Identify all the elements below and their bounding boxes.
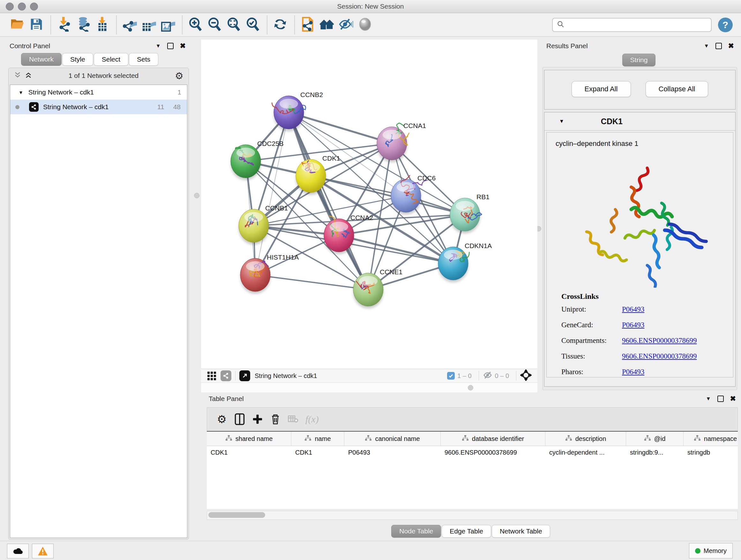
control-panel-title: Control Panel	[10, 42, 50, 50]
crosslink-link[interactable]: 9606.ENSP00000378699	[622, 352, 697, 361]
network-node-CDC25B[interactable]: CDC25B	[231, 140, 284, 180]
apply-layout-button[interactable]	[271, 16, 289, 34]
left-splitter-handle[interactable]	[194, 193, 199, 198]
control-panel-float-icon[interactable]	[167, 43, 174, 49]
horizontal-splitter-handle[interactable]	[468, 385, 473, 390]
tab-style[interactable]: Style	[62, 53, 93, 66]
column-header-name[interactable]: name	[291, 432, 344, 446]
sphere-button[interactable]	[356, 16, 374, 34]
network-file-button[interactable]	[299, 16, 317, 34]
column-header-description[interactable]: description	[545, 432, 626, 446]
cloud-icon	[12, 547, 23, 555]
hidden-eye-slash-icon[interactable]	[483, 370, 492, 381]
network-view-toolbar: String Network – cdk1 1 – 0 0 – 0	[201, 369, 537, 382]
zoom-selected-button[interactable]	[244, 16, 262, 34]
collapse-all-icon[interactable]	[14, 71, 21, 80]
node-table[interactable]: shared namenamecanonical namedatabase id…	[207, 431, 738, 509]
table-row[interactable]: CDK1CDK1P064939606.ENSP00000378699cyclin…	[207, 446, 738, 459]
save-session-button[interactable]	[27, 16, 45, 34]
export-table-button[interactable]	[140, 16, 158, 34]
tab-string[interactable]: String	[622, 54, 656, 66]
table-panel-close-icon[interactable]: ✖	[730, 396, 736, 401]
gear-icon[interactable]: ⚙	[175, 70, 184, 81]
table-gear-icon[interactable]: ⚙	[213, 411, 230, 428]
tab-node-table[interactable]: Node Table	[391, 525, 441, 538]
memory-button[interactable]: Memory	[689, 543, 733, 558]
search-box[interactable]	[552, 18, 712, 32]
tab-edge-table[interactable]: Edge Table	[442, 525, 491, 538]
gene-collapse-icon[interactable]: ▼	[559, 118, 564, 124]
network-node-CCNA1[interactable]: CCNA1	[377, 122, 426, 162]
network-node-CCNB2[interactable]: CCNB2	[272, 91, 323, 131]
control-panel-menu-caret-icon[interactable]: ▼	[156, 43, 161, 49]
tab-network-table[interactable]: Network Table	[492, 525, 550, 538]
table-horizontal-scrollbar[interactable]	[207, 511, 738, 520]
column-label: @id	[654, 435, 666, 442]
selected-checkbox-icon[interactable]	[447, 372, 455, 380]
tab-network[interactable]: Network	[21, 53, 62, 66]
network-canvas[interactable]: CCNB2CCNA1CDC25BCDK1CDC6RB1CCNB1CCNA2CDK…	[201, 40, 537, 369]
scrollbar-thumb[interactable]	[208, 512, 265, 518]
open-session-button[interactable]	[8, 16, 26, 34]
network-row[interactable]: String Network – cdk1 11 48	[10, 100, 187, 114]
home-button[interactable]	[318, 16, 336, 34]
network-node-HIST1H1A[interactable]: HIST1H1A	[240, 253, 299, 294]
toolbar-separator	[51, 16, 51, 34]
delete-column-icon[interactable]	[267, 411, 284, 428]
import-network-database-button[interactable]	[74, 16, 92, 34]
network-node-RB1[interactable]: RB1	[450, 193, 489, 233]
columns-icon[interactable]	[231, 411, 248, 428]
table-panel-float-icon[interactable]	[718, 395, 724, 402]
column-header--id[interactable]: @id	[626, 432, 684, 446]
expand-all-button[interactable]: Expand All	[571, 81, 631, 97]
network-node-CDC6[interactable]: CDC6	[391, 174, 435, 214]
table-panel: Table Panel ▼ ✖ ⚙ f(x) shared n	[201, 392, 741, 540]
crosslink-link[interactable]: P06493	[622, 305, 644, 314]
results-panel-menu-caret-icon[interactable]: ▼	[704, 43, 709, 49]
tree-expand-icon[interactable]: ▼	[18, 90, 23, 95]
edge-count: 48	[173, 103, 181, 111]
import-network-file-button[interactable]	[55, 16, 73, 34]
detach-view-icon[interactable]	[239, 370, 250, 381]
collapse-all-button[interactable]: Collapse All	[646, 81, 709, 97]
horizontal-splitter[interactable]	[201, 382, 537, 392]
export-network-button[interactable]	[121, 16, 138, 34]
zoom-in-button[interactable]	[186, 16, 204, 34]
column-header-shared-name[interactable]: shared name	[207, 432, 291, 446]
column-header-namespace[interactable]: namespace	[684, 432, 738, 446]
help-button[interactable]: ?	[718, 17, 733, 32]
expand-all-icon[interactable]	[24, 71, 32, 80]
tab-select[interactable]: Select	[94, 53, 128, 66]
zoom-out-button[interactable]	[205, 16, 223, 34]
network-collection-row[interactable]: ▼ String Network – cdk1 1	[10, 85, 187, 100]
hide-button[interactable]	[337, 16, 355, 34]
birdseye-grid-icon[interactable]	[207, 372, 216, 380]
search-input[interactable]	[565, 21, 711, 29]
network-node-CDKN1A[interactable]: CDKN1A	[438, 242, 492, 282]
column-header-database-identifier[interactable]: database identifier	[441, 432, 545, 446]
tab-sets[interactable]: Sets	[129, 53, 158, 66]
crosshair-icon[interactable]	[520, 369, 532, 382]
crosslink-link[interactable]: 9606.ENSP00000378699	[622, 336, 697, 345]
network-overview-icon[interactable]	[220, 370, 231, 381]
results-panel-close-icon[interactable]: ✖	[728, 44, 734, 49]
houses-icon	[320, 17, 334, 33]
clear-table-icon[interactable]	[285, 411, 301, 428]
zoom-in-icon	[188, 17, 203, 33]
cloud-button[interactable]	[7, 544, 29, 558]
hidden-count: 0 – 0	[495, 372, 509, 380]
import-table-button[interactable]	[93, 16, 111, 34]
crosslink-link[interactable]: P06493	[622, 368, 644, 376]
add-column-icon[interactable]	[249, 411, 266, 428]
function-builder-icon[interactable]: f(x)	[306, 414, 319, 425]
column-header-canonical-name[interactable]: canonical name	[344, 432, 441, 446]
export-image-button[interactable]	[159, 16, 177, 34]
crosslink-link[interactable]: P06493	[622, 321, 644, 329]
table-panel-menu-caret-icon[interactable]: ▼	[706, 396, 711, 401]
zoom-fit-button[interactable]	[225, 16, 243, 34]
warnings-button[interactable]	[32, 544, 54, 558]
gene-section-header[interactable]: ▼ CDK1	[544, 112, 735, 131]
control-panel-close-icon[interactable]: ✖	[180, 44, 186, 49]
column-type-icon	[644, 435, 651, 443]
results-panel-float-icon[interactable]	[716, 43, 722, 49]
